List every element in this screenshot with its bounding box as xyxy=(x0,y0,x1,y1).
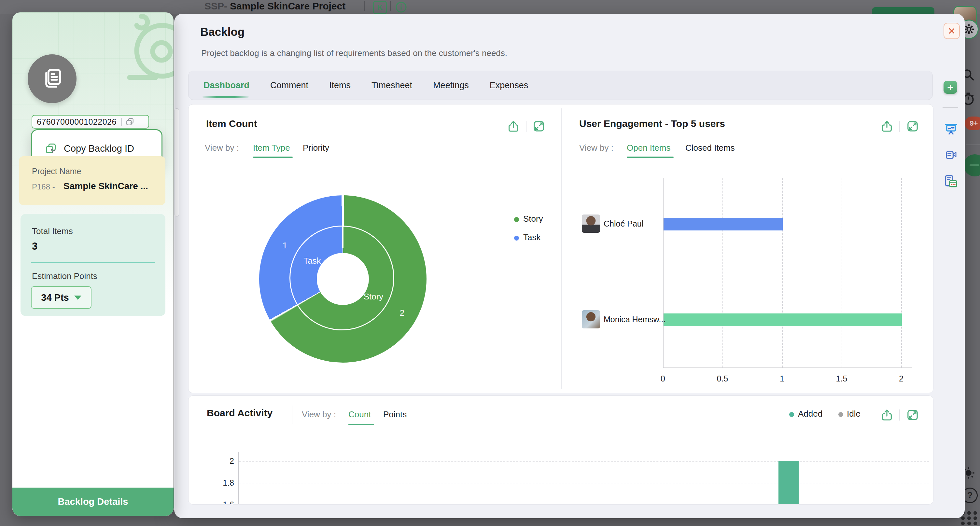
tab-comment[interactable]: Comment xyxy=(270,80,308,91)
planner-icon[interactable] xyxy=(944,174,958,189)
donut-value-story: 2 xyxy=(400,308,404,318)
tab-dashboard[interactable]: Dashboard xyxy=(204,80,250,91)
backlog-id-value: 67607000001022026 xyxy=(37,117,116,127)
board-activity-title: Board Activity xyxy=(207,407,272,419)
backlog-avatar-circle xyxy=(28,54,76,103)
legend-label-added[interactable]: Added xyxy=(798,409,822,419)
card-divider xyxy=(561,108,562,389)
add-button[interactable]: + xyxy=(943,81,957,94)
presence-circle xyxy=(964,154,980,176)
donut-hole xyxy=(317,253,369,305)
gridline xyxy=(842,178,842,367)
avatar-chloe-paul xyxy=(582,215,600,233)
whiteboard-icon[interactable] xyxy=(944,122,958,136)
option-open-items[interactable]: Open Items xyxy=(627,143,670,153)
close-button[interactable] xyxy=(943,23,960,39)
toolbar-divider xyxy=(966,145,980,145)
tab-expenses[interactable]: Expenses xyxy=(490,80,528,91)
legend-label-story[interactable]: Story xyxy=(523,214,543,224)
x-axis-line xyxy=(663,367,912,368)
charts-card: Item Count View by : Item Type Priority … xyxy=(188,104,934,393)
option-item-type[interactable]: Item Type xyxy=(253,143,290,153)
gridline xyxy=(239,461,929,462)
copy-icon[interactable] xyxy=(126,118,134,126)
icon-divider xyxy=(899,410,900,421)
legend-label-task[interactable]: Task xyxy=(523,232,541,243)
gridline xyxy=(901,178,902,367)
copy-icon xyxy=(45,143,57,154)
backlog-id-field[interactable]: 67607000001022026 xyxy=(32,115,149,129)
backlog-details-button[interactable]: Backlog Details xyxy=(13,488,173,516)
backlog-side-panel: 67607000001022026 Copy Backlog ID Projec… xyxy=(13,13,173,516)
app-project-title: Sample SkinCare Project xyxy=(230,1,345,12)
y-tick: 1.6 xyxy=(215,500,234,505)
modal-scrollbar[interactable] xyxy=(175,108,179,216)
legend-label-idle[interactable]: Idle xyxy=(847,409,861,419)
icon-divider xyxy=(899,121,900,132)
x-tick: 0 xyxy=(660,374,665,383)
bar-added[interactable] xyxy=(778,461,799,504)
pill-divider xyxy=(121,118,122,126)
bar-chloe-paul[interactable] xyxy=(663,218,783,230)
project-code-prefix: SSP- xyxy=(204,1,227,12)
notification-badge: 9+ xyxy=(965,116,980,130)
legend-dot-idle[interactable] xyxy=(838,412,843,417)
total-items-label: Total Items xyxy=(32,226,73,236)
option-underline xyxy=(253,157,293,158)
app-header xyxy=(0,0,980,14)
modal-title: Backlog xyxy=(200,25,245,38)
tab-meetings[interactable]: Meetings xyxy=(433,80,469,91)
backlog-modal: Backlog Project backlog is a changing li… xyxy=(174,14,965,518)
tab-timesheet[interactable]: Timesheet xyxy=(371,80,412,91)
header-divider xyxy=(364,1,365,11)
expand-icon[interactable] xyxy=(906,119,919,133)
view-by-label: View by : xyxy=(579,143,613,153)
legend-dot-added[interactable] xyxy=(789,412,794,417)
export-icon[interactable] xyxy=(880,408,893,422)
user-engagement-title: User Engagement - Top 5 users xyxy=(579,118,725,129)
x-tick: 1.5 xyxy=(836,374,848,383)
backlog-doodle-illustration xyxy=(107,13,173,97)
donut-inner-label-story: Story xyxy=(364,292,383,302)
project-code: P168 - xyxy=(32,182,55,191)
gridline xyxy=(239,483,929,483)
estimation-points-label: Estimation Points xyxy=(32,271,97,281)
option-priority[interactable]: Priority xyxy=(303,143,329,153)
estimation-points-value: 34 Pts xyxy=(41,292,69,303)
chevron-down-icon xyxy=(74,296,81,300)
x-tick: 1 xyxy=(780,374,784,383)
announcement-icon[interactable] xyxy=(945,149,958,161)
legend-dot-story[interactable] xyxy=(514,217,519,222)
bar-monica[interactable] xyxy=(663,313,902,326)
expand-icon[interactable] xyxy=(906,408,919,422)
option-underline xyxy=(348,424,374,425)
option-closed-items[interactable]: Closed Items xyxy=(685,143,735,153)
export-icon[interactable] xyxy=(507,119,520,133)
option-points[interactable]: Points xyxy=(383,410,407,420)
export-icon[interactable] xyxy=(880,119,893,133)
legend-dot-task[interactable] xyxy=(514,236,519,240)
option-underline xyxy=(627,157,674,158)
tab-items[interactable]: Items xyxy=(329,80,351,91)
view-by-label: View by : xyxy=(205,143,239,153)
avatar-monica xyxy=(582,310,600,329)
modal-description: Project backlog is a changing list of re… xyxy=(201,48,507,58)
kanban-view-icon: K xyxy=(373,1,387,14)
info-icon xyxy=(395,1,407,13)
estimation-points-dropdown[interactable]: 34 Pts xyxy=(31,286,91,309)
x-tick: 2 xyxy=(899,374,904,383)
tab-bar: Dashboard Comment Items Timesheet Meetin… xyxy=(188,71,933,100)
item-count-title: Item Count xyxy=(206,118,257,129)
user-name: Chloé Paul xyxy=(604,219,643,229)
item-count-donut-chart[interactable]: 1 Task Story 2 xyxy=(259,195,426,362)
project-name-value[interactable]: Sample SkinCare ... xyxy=(64,181,148,191)
header-divider xyxy=(390,1,391,11)
totals-divider xyxy=(31,262,155,263)
active-tab-underline xyxy=(202,96,249,98)
view-by-label: View by : xyxy=(302,410,336,420)
total-items-value: 3 xyxy=(32,240,37,252)
expand-icon[interactable] xyxy=(532,119,545,133)
board-activity-card: Board Activity View by : Count Points Ad… xyxy=(188,396,934,505)
option-count[interactable]: Count xyxy=(348,410,371,420)
backlog-document-icon xyxy=(40,66,65,91)
